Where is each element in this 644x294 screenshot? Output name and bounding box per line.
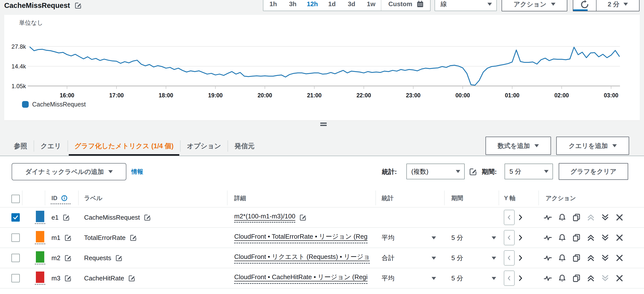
- row-stat-select[interactable]: 合計: [382, 248, 394, 268]
- view-metric-icon[interactable]: [543, 233, 552, 242]
- duplicate-icon[interactable]: [572, 274, 581, 283]
- y-axis-right-button[interactable]: [517, 248, 524, 268]
- color-swatch[interactable]: [36, 251, 44, 263]
- edit-icon[interactable]: [64, 275, 72, 282]
- edit-stat-icon[interactable]: [469, 168, 477, 176]
- time-range-3d[interactable]: 3d: [342, 0, 361, 8]
- time-range-3h[interactable]: 3h: [283, 0, 302, 8]
- y-axis-right-button[interactable]: [517, 268, 524, 288]
- refresh-interval-select[interactable]: 2 分: [596, 0, 639, 11]
- time-range-1h[interactable]: 1h: [264, 0, 283, 8]
- edit-icon[interactable]: [64, 254, 72, 262]
- chevron-down-icon[interactable]: [492, 277, 496, 280]
- edit-icon[interactable]: [144, 214, 151, 221]
- row-period-select[interactable]: 5 分: [451, 228, 463, 248]
- stat-global-select[interactable]: (複数): [406, 164, 465, 179]
- edit-icon[interactable]: [62, 214, 70, 221]
- y-axis-left-button[interactable]: [504, 210, 515, 225]
- y-axis-right-button[interactable]: [517, 208, 524, 227]
- add-query-button[interactable]: クエリを追加: [556, 137, 629, 155]
- tab-options[interactable]: オプション: [180, 136, 228, 156]
- edit-icon[interactable]: [128, 275, 136, 282]
- tab-query[interactable]: クエリ: [34, 136, 68, 156]
- edit-icon[interactable]: [64, 234, 72, 241]
- chevron-down-icon: [544, 170, 548, 173]
- chart-legend[interactable]: CacheMissRequest: [22, 101, 86, 108]
- edit-icon[interactable]: [299, 214, 307, 221]
- metric-details-link[interactable]: CloudFront • CacheHitRate • リージョン (Regi: [234, 273, 368, 284]
- add-dynamic-label-button[interactable]: ダイナミックラベルの追加: [12, 163, 126, 180]
- time-range-1d[interactable]: 1d: [322, 0, 342, 8]
- color-swatch[interactable]: [36, 231, 44, 242]
- actions-dropdown-button[interactable]: アクション: [502, 0, 567, 11]
- edit-icon[interactable]: [115, 254, 123, 262]
- row-checkbox-checked[interactable]: [12, 213, 20, 222]
- metric-details-link[interactable]: CloudFront • TotalErrorRate • リージョン (Reg: [234, 232, 368, 243]
- row-checkbox[interactable]: [12, 274, 20, 283]
- move-down-icon[interactable]: [601, 254, 610, 262]
- chart-svg[interactable]: 27.8k14.4k1.05k16:0017:0018:0019:0020:00…: [4, 30, 640, 104]
- select-all-checkbox[interactable]: [12, 195, 20, 203]
- divider: [376, 191, 376, 205]
- row-stat-select[interactable]: 平均: [382, 228, 394, 248]
- move-up-icon[interactable]: [586, 254, 595, 262]
- row-period-select[interactable]: 5 分: [451, 268, 463, 288]
- y-axis-left-button[interactable]: [504, 271, 515, 286]
- duplicate-icon[interactable]: [572, 213, 581, 222]
- view-metric-icon[interactable]: [543, 213, 552, 222]
- duplicate-icon[interactable]: [572, 233, 581, 242]
- move-down-icon[interactable]: [601, 233, 610, 242]
- chevron-down-icon[interactable]: [432, 257, 436, 260]
- create-alarm-bell-icon[interactable]: [558, 213, 566, 222]
- refresh-control: 2 分: [573, 0, 640, 11]
- view-metric-icon[interactable]: [543, 274, 552, 283]
- remove-icon[interactable]: [615, 213, 624, 222]
- row-checkbox[interactable]: [12, 254, 20, 262]
- create-alarm-bell-icon[interactable]: [558, 254, 566, 262]
- remove-icon[interactable]: [615, 274, 624, 283]
- period-global-select[interactable]: 5 分: [504, 164, 553, 179]
- chevron-down-icon[interactable]: [432, 237, 436, 239]
- svg-text:18:00: 18:00: [159, 92, 173, 99]
- y-axis-left-button[interactable]: [504, 230, 515, 245]
- row-checkbox[interactable]: [12, 234, 20, 242]
- edit-title-icon[interactable]: [74, 2, 82, 9]
- row-stat-select[interactable]: 平均: [382, 268, 394, 288]
- metric-expression-link[interactable]: m2*(100-m1-m3)/100: [234, 213, 295, 223]
- duplicate-icon[interactable]: [572, 254, 581, 262]
- color-swatch[interactable]: [36, 272, 44, 283]
- custom-range-button[interactable]: Custom: [381, 0, 430, 8]
- chevron-down-icon[interactable]: [492, 257, 496, 260]
- info-icon[interactable]: [61, 195, 68, 202]
- clear-graph-button[interactable]: グラフをクリア: [559, 163, 628, 180]
- create-alarm-bell-icon[interactable]: [558, 233, 566, 242]
- time-range-1w[interactable]: 1w: [361, 0, 381, 8]
- svg-text:21:00: 21:00: [307, 92, 322, 99]
- tab-graphed-metrics[interactable]: グラフ化したメトリクス (1/4 個): [68, 136, 180, 156]
- time-range-12h-selected[interactable]: 12h: [302, 0, 322, 8]
- remove-icon[interactable]: [615, 233, 624, 242]
- chevron-down-icon[interactable]: [492, 237, 496, 239]
- table-row: m3 CacheHitRate CloudFront • CacheHitRat…: [0, 268, 644, 289]
- move-down-icon[interactable]: [601, 213, 610, 222]
- move-up-icon[interactable]: [586, 274, 595, 283]
- y-axis-left-button[interactable]: [504, 250, 515, 266]
- y-axis-unit-label: 単位なし: [19, 19, 43, 27]
- chevron-down-icon[interactable]: [432, 277, 436, 280]
- view-metric-icon[interactable]: [543, 254, 552, 262]
- color-swatch[interactable]: [36, 211, 44, 222]
- move-up-icon[interactable]: [586, 233, 595, 242]
- tab-source[interactable]: 発信元: [228, 136, 261, 156]
- tab-browse[interactable]: 参照: [8, 136, 34, 156]
- remove-icon[interactable]: [615, 254, 624, 262]
- add-dynamic-label-text: ダイナミックラベルの追加: [25, 168, 104, 176]
- y-axis-right-button[interactable]: [517, 228, 524, 248]
- resize-drag-handle[interactable]: [320, 123, 327, 127]
- edit-icon[interactable]: [130, 234, 137, 241]
- metric-details-link[interactable]: CloudFront • リクエスト (Requests) • リージョ: [234, 253, 370, 264]
- add-math-button[interactable]: 数式を追加: [486, 137, 551, 155]
- chart-type-select[interactable]: 線: [434, 0, 497, 11]
- row-period-select[interactable]: 5 分: [451, 248, 463, 268]
- info-link[interactable]: 情報: [131, 163, 143, 180]
- create-alarm-bell-icon[interactable]: [558, 274, 566, 283]
